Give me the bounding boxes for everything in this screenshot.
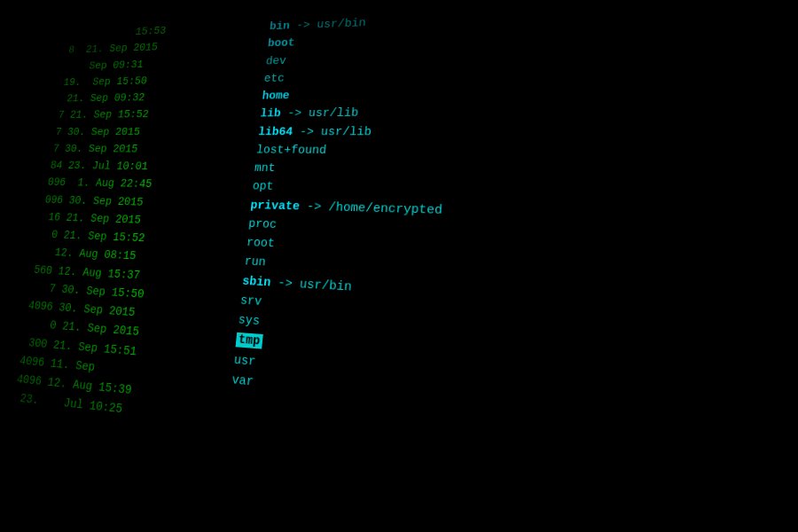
- filename-column: bin -> usr/bin boot dev etc home lib -> …: [211, 0, 697, 532]
- line-8: 7 30. Sep 2015: [51, 140, 257, 159]
- file-lib: lib -> usr/lib: [259, 101, 695, 123]
- file-lib64: lib64 -> usr/lib: [257, 121, 695, 143]
- terminal-window: 15:53 8 21. Sep 2015 Sep 09:31 19. Sep 1…: [0, 0, 798, 532]
- terminal-content: 15:53 8 21. Sep 2015 Sep 09:31 19. Sep 1…: [0, 0, 798, 532]
- line-5: 21. Sep 09:32: [59, 88, 262, 107]
- line-6: 7 21. Sep 15:52: [57, 106, 261, 124]
- line-7: 7 30. Sep 2015: [54, 123, 259, 141]
